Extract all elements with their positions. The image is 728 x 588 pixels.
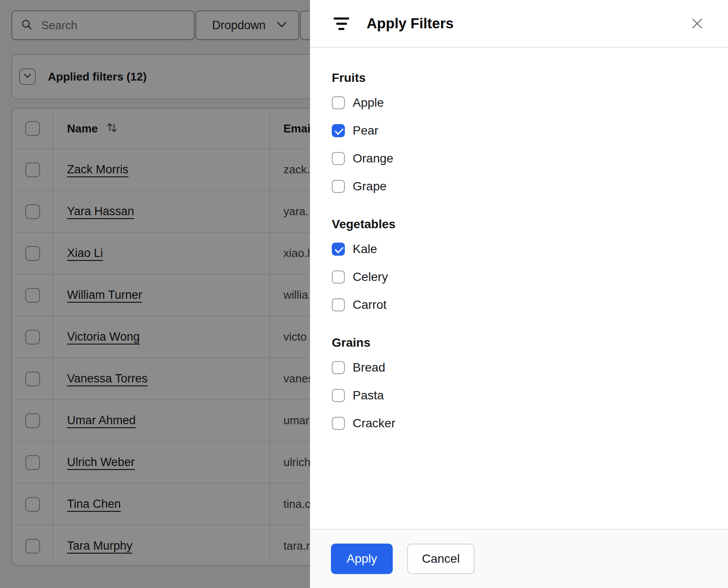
checkbox-unchecked[interactable]: [332, 361, 345, 374]
option-label: Apple: [353, 96, 384, 110]
checkbox-checked[interactable]: [332, 243, 345, 256]
filter-icon: [334, 17, 349, 30]
filter-option[interactable]: Orange: [332, 145, 706, 172]
panel-body: Fruits Apple Pear Orange Grape Vegetable…: [310, 71, 728, 437]
option-label: Celery: [353, 270, 388, 284]
filter-option[interactable]: Pasta: [332, 382, 706, 409]
option-label: Pasta: [353, 389, 384, 402]
apply-filters-panel: Apply Filters Fruits Apple Pear Orange: [310, 0, 728, 588]
filter-option[interactable]: Kale: [332, 235, 706, 263]
filter-option[interactable]: Bread: [332, 354, 706, 382]
filter-section-fruits: Fruits Apple Pear Orange Grape: [332, 71, 706, 200]
filter-option[interactable]: Carrot: [332, 291, 706, 319]
filter-option[interactable]: Apple: [332, 89, 706, 117]
option-label: Carrot: [353, 298, 387, 312]
filter-option[interactable]: Grape: [332, 172, 706, 200]
close-icon[interactable]: [690, 16, 704, 31]
checkbox-unchecked[interactable]: [332, 298, 345, 311]
section-heading: Grains: [332, 335, 706, 350]
checkbox-unchecked[interactable]: [332, 96, 345, 109]
filter-section-grains: Grains Bread Pasta Cracker: [332, 335, 706, 437]
panel-footer: Apply Cancel: [310, 529, 728, 588]
filter-option[interactable]: Celery: [332, 263, 706, 291]
option-label: Bread: [353, 361, 385, 375]
checkbox-unchecked[interactable]: [332, 152, 345, 165]
section-heading: Vegetables: [332, 217, 706, 232]
option-label: Orange: [353, 152, 393, 166]
apply-button[interactable]: Apply: [331, 544, 393, 574]
option-label: Pear: [353, 124, 378, 138]
panel-title: Apply Filters: [367, 15, 690, 32]
option-label: Cracker: [353, 416, 395, 430]
option-label: Kale: [353, 242, 377, 256]
section-heading: Fruits: [332, 71, 706, 85]
checkbox-unchecked[interactable]: [332, 389, 345, 402]
checkbox-unchecked[interactable]: [332, 417, 345, 430]
cancel-button[interactable]: Cancel: [407, 544, 475, 574]
filter-option[interactable]: Cracker: [332, 409, 706, 437]
filter-option[interactable]: Pear: [332, 117, 706, 145]
checkbox-checked[interactable]: [332, 124, 345, 137]
checkbox-unchecked[interactable]: [332, 270, 345, 284]
option-label: Grape: [353, 179, 387, 193]
panel-header: Apply Filters: [310, 0, 728, 48]
checkbox-unchecked[interactable]: [332, 180, 345, 193]
filter-section-vegetables: Vegetables Kale Celery Carrot: [332, 217, 706, 319]
